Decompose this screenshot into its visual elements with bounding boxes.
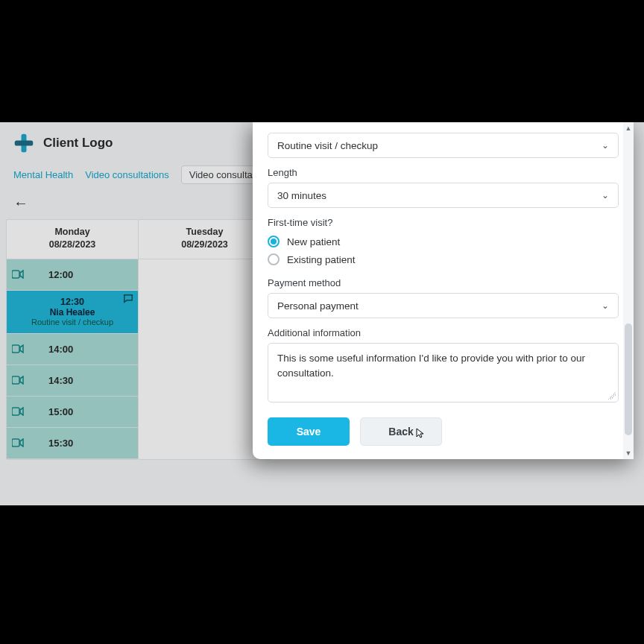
- timeslot[interactable]: 15:30: [7, 428, 138, 459]
- slot-time: 14:00: [29, 344, 138, 355]
- video-icon: [7, 376, 29, 385]
- column-header: Tuesday 08/29/2023: [139, 220, 271, 259]
- payment-method-select[interactable]: Personal payment ⌄: [268, 293, 619, 318]
- column-header: Monday 08/28/2023: [7, 220, 138, 259]
- radio-icon: [268, 253, 280, 265]
- radio-label: New patient: [287, 236, 340, 247]
- length-select[interactable]: 30 minutes ⌄: [268, 183, 619, 208]
- svg-rect-3: [12, 345, 19, 353]
- radio-label: Existing patient: [287, 254, 356, 265]
- calendar-column-monday: Monday 08/28/2023 12:00 12:30 Nia Healee…: [6, 219, 139, 460]
- additional-info-label: Additional information: [268, 327, 619, 338]
- svg-rect-4: [12, 376, 19, 384]
- slot-time: 12:00: [29, 269, 138, 280]
- radio-icon: [268, 236, 280, 247]
- timeslot[interactable]: 14:00: [7, 334, 138, 365]
- tab-mental-health[interactable]: Mental Health: [13, 169, 73, 180]
- timeslot[interactable]: 14:30: [7, 365, 138, 397]
- day-of-week: Monday: [10, 226, 135, 239]
- scroll-down-icon[interactable]: ▼: [623, 447, 634, 459]
- timeslot[interactable]: 15:00: [7, 397, 138, 428]
- timeslot[interactable]: 12:00: [7, 259, 138, 291]
- visit-reason: Routine visit / checkup: [11, 318, 133, 326]
- chevron-down-icon: ⌄: [602, 140, 609, 151]
- payment-method-label: Payment method: [268, 277, 619, 288]
- chat-icon: [123, 294, 133, 306]
- video-icon: [7, 344, 29, 353]
- select-value: Routine visit / checkup: [277, 140, 378, 151]
- client-name: Client Logo: [43, 136, 113, 151]
- video-icon: [7, 407, 29, 416]
- date-label: 08/29/2023: [142, 239, 268, 251]
- select-value: 30 minutes: [277, 190, 326, 201]
- resize-grip-icon[interactable]: [608, 392, 616, 400]
- svg-rect-5: [12, 408, 19, 415]
- calendar-column-tuesday: Tuesday 08/29/2023: [139, 219, 271, 460]
- radio-new-patient[interactable]: New patient: [268, 233, 619, 250]
- timeslot-selected[interactable]: 12:30 Nia Healee Routine visit / checkup: [7, 291, 138, 334]
- date-label: 08/28/2023: [10, 239, 135, 251]
- save-button[interactable]: Save: [268, 417, 350, 446]
- client-logo-icon: [13, 133, 34, 154]
- svg-rect-6: [12, 439, 19, 446]
- slot-time: 12:30: [11, 297, 133, 307]
- app-viewport: Client Logo Mental Health Video consulta…: [0, 122, 644, 505]
- video-icon: [7, 270, 29, 279]
- first-time-label: First-time visit?: [268, 217, 619, 228]
- tab-video-consultations[interactable]: Video consultations: [85, 169, 169, 180]
- modal-scrollbar[interactable]: ▲ ▼: [623, 122, 634, 459]
- scroll-up-icon[interactable]: ▲: [623, 122, 634, 134]
- scroll-thumb[interactable]: [625, 323, 632, 435]
- radio-existing-patient[interactable]: Existing patient: [268, 250, 619, 268]
- back-button[interactable]: Back: [360, 417, 442, 446]
- svg-rect-2: [12, 271, 19, 278]
- svg-rect-1: [15, 141, 34, 146]
- back-arrow-icon[interactable]: ←: [13, 195, 28, 211]
- cursor-icon: [416, 428, 425, 441]
- video-icon: [7, 438, 29, 447]
- slot-time: 15:00: [29, 406, 138, 417]
- additional-info-textarea[interactable]: This is some useful information I'd like…: [268, 343, 619, 402]
- button-label: Back: [388, 426, 413, 438]
- visit-type-select[interactable]: Routine visit / checkup ⌄: [268, 133, 619, 158]
- slot-time: 14:30: [29, 375, 138, 386]
- appointment-form-modal: Routine visit / checkup ⌄ Length 30 minu…: [253, 122, 634, 459]
- slot-time: 15:30: [29, 438, 138, 449]
- chevron-down-icon: ⌄: [602, 300, 609, 311]
- select-value: Personal payment: [277, 300, 359, 312]
- patient-name: Nia Healee: [11, 307, 133, 318]
- chevron-down-icon: ⌄: [602, 190, 609, 201]
- length-label: Length: [268, 167, 619, 178]
- day-of-week: Tuesday: [142, 226, 268, 239]
